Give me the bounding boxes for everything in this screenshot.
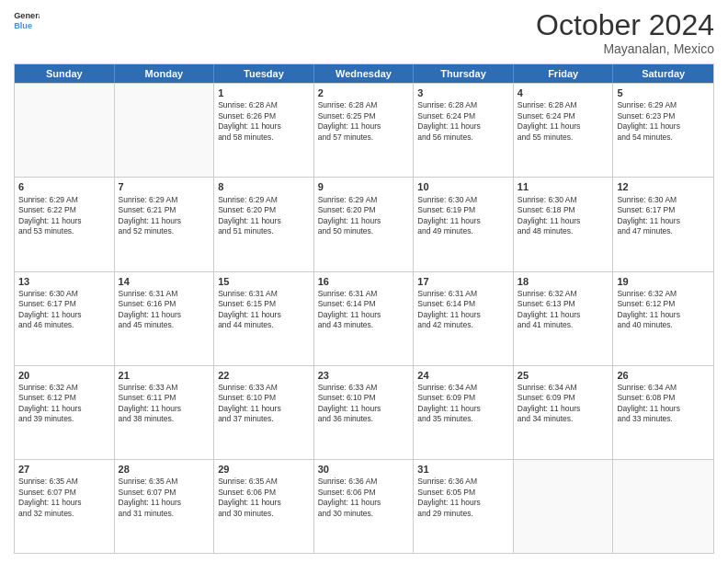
cell-info: Sunrise: 6:33 AM Sunset: 6:10 PM Dayligh…	[318, 383, 410, 425]
logo: General Blue	[14, 9, 40, 31]
header-day-friday: Friday	[514, 64, 614, 83]
day-number: 9	[318, 180, 410, 193]
cell-info: Sunrise: 6:29 AM Sunset: 6:20 PM Dayligh…	[318, 195, 410, 237]
week-row-1: 1Sunrise: 6:28 AM Sunset: 6:26 PM Daylig…	[15, 83, 713, 177]
day-cell-2: 2Sunrise: 6:28 AM Sunset: 6:25 PM Daylig…	[314, 84, 415, 177]
day-number: 11	[518, 180, 609, 193]
cell-info: Sunrise: 6:29 AM Sunset: 6:21 PM Dayligh…	[119, 195, 210, 237]
cell-info: Sunrise: 6:29 AM Sunset: 6:20 PM Dayligh…	[218, 195, 310, 237]
day-number: 30	[318, 463, 410, 476]
day-number: 14	[119, 275, 210, 288]
week-row-2: 6Sunrise: 6:29 AM Sunset: 6:22 PM Daylig…	[15, 177, 713, 270]
day-number: 25	[518, 369, 609, 382]
day-number: 22	[218, 369, 310, 382]
day-cell-19: 19Sunrise: 6:32 AM Sunset: 6:12 PM Dayli…	[613, 272, 713, 365]
day-number: 15	[218, 275, 310, 288]
cell-info: Sunrise: 6:35 AM Sunset: 6:07 PM Dayligh…	[119, 477, 210, 519]
week-row-4: 20Sunrise: 6:32 AM Sunset: 6:12 PM Dayli…	[15, 365, 713, 459]
day-number: 10	[417, 180, 509, 193]
day-cell-4: 4Sunrise: 6:28 AM Sunset: 6:24 PM Daylig…	[514, 84, 614, 177]
day-cell-30: 30Sunrise: 6:36 AM Sunset: 6:06 PM Dayli…	[314, 460, 415, 553]
title-block: October 2024 Mayanalan, Mexico	[536, 9, 714, 56]
cell-info: Sunrise: 6:34 AM Sunset: 6:09 PM Dayligh…	[417, 383, 509, 425]
header-day-wednesday: Wednesday	[314, 64, 415, 83]
day-number: 26	[617, 369, 710, 382]
cell-info: Sunrise: 6:31 AM Sunset: 6:14 PM Dayligh…	[417, 289, 509, 331]
cell-info: Sunrise: 6:29 AM Sunset: 6:22 PM Dayligh…	[18, 195, 110, 237]
empty-cell	[15, 84, 115, 177]
day-number: 13	[18, 275, 110, 288]
day-number: 27	[18, 463, 110, 476]
day-number: 19	[617, 275, 710, 288]
empty-cell	[613, 460, 713, 553]
day-number: 3	[417, 86, 509, 99]
cell-info: Sunrise: 6:30 AM Sunset: 6:17 PM Dayligh…	[18, 289, 110, 331]
week-row-3: 13Sunrise: 6:30 AM Sunset: 6:17 PM Dayli…	[15, 271, 713, 365]
day-cell-16: 16Sunrise: 6:31 AM Sunset: 6:14 PM Dayli…	[314, 272, 415, 365]
svg-text:Blue: Blue	[14, 21, 32, 30]
day-cell-31: 31Sunrise: 6:36 AM Sunset: 6:05 PM Dayli…	[414, 460, 514, 553]
calendar-header: SundayMondayTuesdayWednesdayThursdayFrid…	[15, 64, 713, 83]
day-cell-21: 21Sunrise: 6:33 AM Sunset: 6:11 PM Dayli…	[115, 366, 215, 459]
day-cell-27: 27Sunrise: 6:35 AM Sunset: 6:07 PM Dayli…	[15, 460, 115, 553]
day-cell-20: 20Sunrise: 6:32 AM Sunset: 6:12 PM Dayli…	[15, 366, 115, 459]
month-title: October 2024	[536, 9, 714, 41]
day-cell-14: 14Sunrise: 6:31 AM Sunset: 6:16 PM Dayli…	[115, 272, 215, 365]
cell-info: Sunrise: 6:33 AM Sunset: 6:11 PM Dayligh…	[119, 383, 210, 425]
day-cell-18: 18Sunrise: 6:32 AM Sunset: 6:13 PM Dayli…	[514, 272, 614, 365]
day-number: 4	[518, 86, 609, 99]
cell-info: Sunrise: 6:30 AM Sunset: 6:19 PM Dayligh…	[417, 195, 509, 237]
empty-cell	[514, 460, 614, 553]
day-cell-7: 7Sunrise: 6:29 AM Sunset: 6:21 PM Daylig…	[115, 178, 215, 270]
day-number: 20	[18, 369, 110, 382]
location: Mayanalan, Mexico	[536, 41, 714, 56]
cell-info: Sunrise: 6:28 AM Sunset: 6:26 PM Dayligh…	[218, 100, 310, 143]
day-number: 24	[417, 369, 509, 382]
cell-info: Sunrise: 6:30 AM Sunset: 6:17 PM Dayligh…	[617, 195, 710, 237]
day-number: 16	[318, 275, 410, 288]
day-number: 5	[617, 86, 710, 99]
day-cell-24: 24Sunrise: 6:34 AM Sunset: 6:09 PM Dayli…	[414, 366, 514, 459]
header-day-tuesday: Tuesday	[214, 64, 314, 83]
cell-info: Sunrise: 6:30 AM Sunset: 6:18 PM Dayligh…	[518, 195, 609, 237]
day-cell-25: 25Sunrise: 6:34 AM Sunset: 6:09 PM Dayli…	[514, 366, 614, 459]
cell-info: Sunrise: 6:32 AM Sunset: 6:12 PM Dayligh…	[617, 289, 710, 331]
cell-info: Sunrise: 6:35 AM Sunset: 6:06 PM Dayligh…	[218, 477, 310, 519]
day-number: 6	[18, 180, 110, 193]
day-cell-12: 12Sunrise: 6:30 AM Sunset: 6:17 PM Dayli…	[613, 178, 713, 270]
day-number: 21	[119, 369, 210, 382]
day-number: 18	[518, 275, 609, 288]
calendar: SundayMondayTuesdayWednesdayThursdayFrid…	[14, 63, 714, 554]
day-cell-1: 1Sunrise: 6:28 AM Sunset: 6:26 PM Daylig…	[214, 84, 314, 177]
header-day-thursday: Thursday	[414, 64, 514, 83]
cell-info: Sunrise: 6:29 AM Sunset: 6:23 PM Dayligh…	[617, 100, 710, 143]
day-number: 7	[119, 180, 210, 193]
day-cell-5: 5Sunrise: 6:29 AM Sunset: 6:23 PM Daylig…	[613, 84, 713, 177]
calendar-body: 1Sunrise: 6:28 AM Sunset: 6:26 PM Daylig…	[15, 83, 713, 553]
day-cell-9: 9Sunrise: 6:29 AM Sunset: 6:20 PM Daylig…	[314, 178, 415, 270]
cell-info: Sunrise: 6:28 AM Sunset: 6:25 PM Dayligh…	[318, 100, 410, 143]
day-cell-26: 26Sunrise: 6:34 AM Sunset: 6:08 PM Dayli…	[613, 366, 713, 459]
day-cell-8: 8Sunrise: 6:29 AM Sunset: 6:20 PM Daylig…	[214, 178, 314, 270]
week-row-5: 27Sunrise: 6:35 AM Sunset: 6:07 PM Dayli…	[15, 459, 713, 553]
cell-info: Sunrise: 6:32 AM Sunset: 6:12 PM Dayligh…	[18, 383, 110, 425]
header-day-sunday: Sunday	[15, 64, 115, 83]
day-cell-22: 22Sunrise: 6:33 AM Sunset: 6:10 PM Dayli…	[214, 366, 314, 459]
day-number: 31	[417, 463, 509, 476]
cell-info: Sunrise: 6:28 AM Sunset: 6:24 PM Dayligh…	[417, 100, 509, 143]
day-cell-29: 29Sunrise: 6:35 AM Sunset: 6:06 PM Dayli…	[214, 460, 314, 553]
day-cell-23: 23Sunrise: 6:33 AM Sunset: 6:10 PM Dayli…	[314, 366, 415, 459]
day-cell-13: 13Sunrise: 6:30 AM Sunset: 6:17 PM Dayli…	[15, 272, 115, 365]
header-day-saturday: Saturday	[613, 64, 713, 83]
page: General Blue October 2024 Mayanalan, Mex…	[0, 0, 728, 563]
cell-info: Sunrise: 6:31 AM Sunset: 6:15 PM Dayligh…	[218, 289, 310, 331]
cell-info: Sunrise: 6:34 AM Sunset: 6:08 PM Dayligh…	[617, 383, 710, 425]
day-cell-15: 15Sunrise: 6:31 AM Sunset: 6:15 PM Dayli…	[214, 272, 314, 365]
cell-info: Sunrise: 6:35 AM Sunset: 6:07 PM Dayligh…	[18, 477, 110, 519]
cell-info: Sunrise: 6:34 AM Sunset: 6:09 PM Dayligh…	[518, 383, 609, 425]
day-cell-3: 3Sunrise: 6:28 AM Sunset: 6:24 PM Daylig…	[414, 84, 514, 177]
cell-info: Sunrise: 6:31 AM Sunset: 6:14 PM Dayligh…	[318, 289, 410, 331]
day-cell-6: 6Sunrise: 6:29 AM Sunset: 6:22 PM Daylig…	[15, 178, 115, 270]
day-number: 29	[218, 463, 310, 476]
day-cell-17: 17Sunrise: 6:31 AM Sunset: 6:14 PM Dayli…	[414, 272, 514, 365]
